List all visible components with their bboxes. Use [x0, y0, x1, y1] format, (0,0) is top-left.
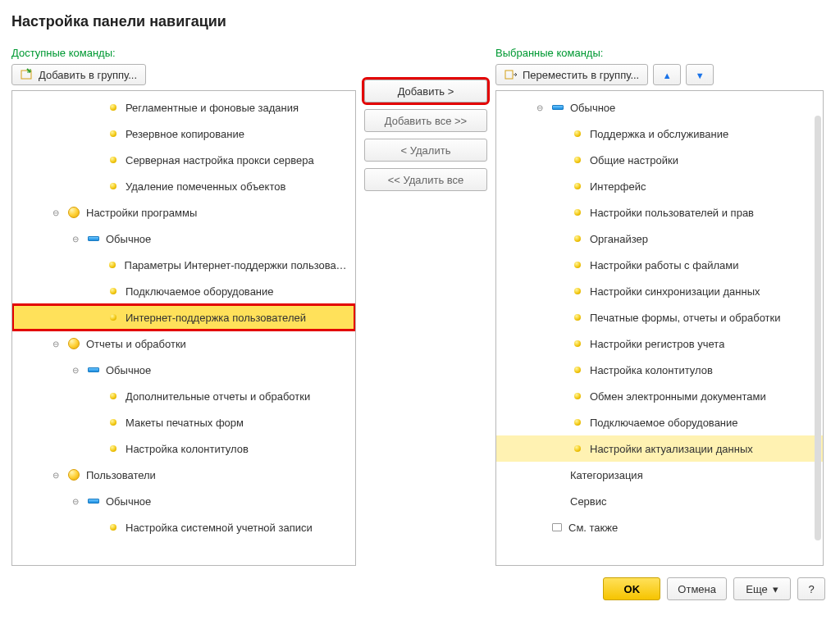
tree-item-label: Общие настройки [590, 154, 678, 166]
expand-icon [554, 128, 565, 139]
add-to-group-button[interactable]: Добавить в группу... [11, 64, 146, 85]
tree-item-label: Удаление помеченных объектов [126, 180, 285, 193]
section-icon [552, 523, 562, 531]
expand-icon[interactable]: ⊖ [70, 233, 81, 244]
expand-icon[interactable]: ⊖ [50, 338, 62, 349]
tree-item[interactable]: Параметры Интернет-поддержки пользовател… [12, 252, 355, 278]
bullet-icon [110, 445, 116, 452]
tree-item-label: Регламентные и фоновые задания [126, 102, 299, 114]
tree-item[interactable]: Печатные формы, отчеты и обработки [496, 304, 823, 330]
bullet-icon [110, 183, 116, 189]
tree-item[interactable]: Поддержка и обслуживание [496, 121, 823, 147]
tree-item[interactable]: Настройка колонтитулов [12, 435, 355, 462]
tree-item-label: Печатные формы, отчеты и обработки [590, 312, 781, 324]
bullet-icon [574, 262, 581, 268]
tree-item[interactable]: Макеты печатных форм [12, 409, 355, 435]
tree-item[interactable]: Настройки синхронизации данных [496, 278, 823, 304]
expand-icon[interactable]: ⊖ [70, 495, 81, 507]
tree-item[interactable]: Подключаемое оборудование [12, 278, 355, 304]
tree-item[interactable]: См. также [496, 514, 823, 540]
tree-item[interactable]: ⊖Отчеты и обработки [12, 330, 355, 357]
tree-item[interactable]: Настройка колонтитулов [496, 357, 823, 383]
selected-tree[interactable]: ⊖ОбычноеПоддержка и обслуживаниеОбщие на… [495, 90, 824, 566]
tree-item[interactable]: Интернет-поддержка пользователей [12, 304, 355, 330]
bullet-icon [110, 419, 116, 426]
tree-item[interactable]: Подключаемое оборудование [496, 409, 823, 435]
tree-item[interactable]: ⊖Настройки программы [12, 199, 355, 226]
tree-item-label: Настройки синхронизации данных [590, 285, 760, 298]
bullet-icon [110, 393, 116, 399]
expand-icon [534, 469, 546, 481]
tree-item[interactable]: ⊖Обычное [12, 488, 355, 514]
help-button[interactable]: ? [797, 577, 825, 600]
add-button[interactable]: Добавить > [364, 80, 487, 103]
expand-icon[interactable]: ⊖ [50, 207, 62, 218]
bullet-icon [574, 130, 581, 137]
tree-item[interactable]: Удаление помеченных объектов [12, 173, 355, 199]
expand-icon [554, 233, 565, 244]
expand-icon [554, 364, 565, 376]
tree-item[interactable]: Обмен электронными документами [496, 383, 823, 409]
tree-item[interactable]: Настройки регистров учета [496, 330, 823, 357]
tree-item[interactable]: Настройки актуализации данных [496, 435, 823, 462]
tree-item[interactable]: Органайзер [496, 226, 823, 252]
tree-item[interactable]: Настройка системной учетной записи [12, 514, 355, 540]
available-tree[interactable]: Регламентные и фоновые заданияРезервное … [11, 90, 356, 566]
tree-item[interactable]: Общие настройки [496, 147, 823, 173]
tree-item-label: Настройки пользователей и прав [590, 207, 754, 219]
tree-item-label: Дополнительные отчеты и обработки [126, 390, 310, 403]
scrollbar[interactable] [815, 116, 821, 540]
bullet-icon [574, 183, 581, 189]
expand-icon[interactable]: ⊖ [70, 364, 81, 376]
expand-icon[interactable]: ⊖ [534, 102, 546, 113]
cancel-button[interactable]: Отмена [667, 577, 727, 600]
tree-item-label: Подключаемое оборудование [126, 285, 274, 298]
tree-item-label: Параметры Интернет-поддержки пользовател… [125, 259, 349, 271]
bullet-icon [574, 209, 581, 216]
expand-icon [89, 312, 101, 323]
expand-icon [89, 522, 101, 533]
bullet-icon [574, 367, 581, 373]
tree-item-label: Серверная настройка прокси сервера [126, 154, 314, 166]
bullet-icon [109, 262, 115, 268]
remove-all-button[interactable]: << Удалить все [364, 168, 487, 191]
more-button[interactable]: Еще [733, 577, 791, 600]
tree-item-label: Интернет-поддержка пользователей [126, 312, 306, 324]
tree-item[interactable]: Настройки пользователей и прав [496, 199, 823, 226]
expand-icon [554, 259, 565, 271]
move-to-group-label: Переместить в группу... [523, 69, 639, 81]
move-down-button[interactable] [686, 64, 714, 85]
dialog-title: Настройка панели навигации [11, 13, 829, 30]
expand-icon[interactable]: ⊖ [50, 469, 62, 481]
bullet-icon [574, 288, 581, 294]
arrow-up-icon [663, 69, 672, 81]
tree-item[interactable]: Категоризация [496, 462, 823, 488]
expand-icon [89, 285, 101, 297]
tree-item-label: Макеты печатных форм [126, 417, 244, 429]
tree-item[interactable]: Регламентные и фоновые задания [12, 94, 355, 121]
tree-item[interactable]: ⊖Обычное [496, 94, 823, 121]
add-to-group-icon [21, 68, 34, 81]
expand-icon [89, 180, 101, 192]
tree-item-label: Категоризация [570, 469, 643, 481]
tree-item-label: Настройки регистров учета [590, 338, 724, 350]
tree-item[interactable]: Дополнительные отчеты и обработки [12, 383, 355, 409]
tree-item[interactable]: ⊖Обычное [12, 226, 355, 252]
chevron-down-icon [773, 583, 778, 595]
tree-item[interactable]: ⊖Обычное [12, 357, 355, 383]
expand-icon [554, 443, 565, 454]
tree-item[interactable]: Интерфейс [496, 173, 823, 199]
bullet-icon [574, 445, 581, 452]
tree-item[interactable]: Настройки работы с файлами [496, 252, 823, 278]
remove-button[interactable]: < Удалить [364, 139, 487, 162]
tree-item[interactable]: Сервис [496, 488, 823, 514]
folder-icon [68, 338, 80, 349]
add-all-button[interactable]: Добавить все >> [364, 109, 487, 132]
tree-item[interactable]: Серверная настройка прокси сервера [12, 147, 355, 173]
move-to-group-button[interactable]: Переместить в группу... [495, 64, 648, 85]
tree-item[interactable]: Резервное копирование [12, 121, 355, 147]
tree-item-label: Обычное [570, 102, 615, 114]
tree-item[interactable]: ⊖Пользователи [12, 462, 355, 488]
ok-button[interactable]: OK [603, 577, 660, 600]
move-up-button[interactable] [653, 64, 681, 85]
